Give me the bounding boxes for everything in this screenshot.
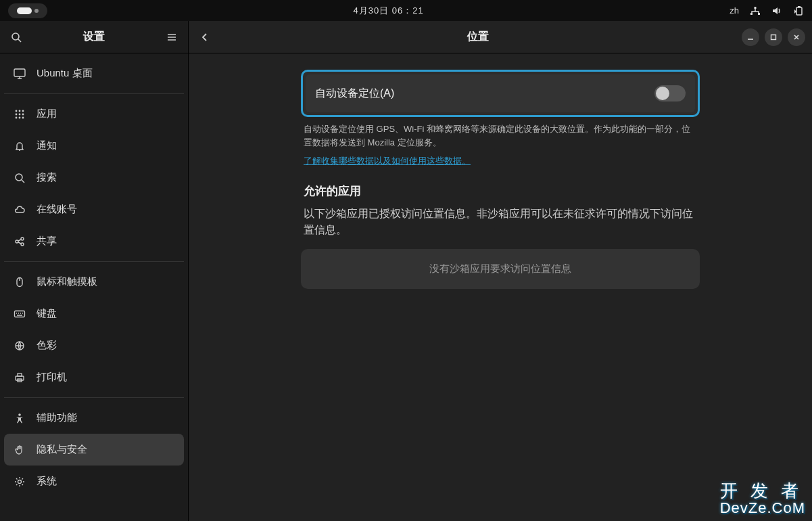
svg-point-16 bbox=[16, 174, 22, 181]
watermark-line2: DevZe.CoM bbox=[720, 500, 805, 516]
maximize-button[interactable] bbox=[765, 28, 782, 46]
search-icon bbox=[14, 172, 26, 184]
close-button[interactable] bbox=[788, 28, 805, 46]
empty-apps-text: 没有沙箱应用要求访问位置信息 bbox=[429, 263, 571, 274]
svg-rect-21 bbox=[15, 311, 25, 317]
allowed-apps-subtitle: 以下沙箱应用已授权访问位置信息。非沙箱应用可以在未征求许可的情况下访问位置信息。 bbox=[301, 206, 700, 249]
sidebar-item-label: Ubuntu 桌面 bbox=[37, 67, 93, 80]
keyboard-icon bbox=[14, 308, 26, 320]
svg-point-9 bbox=[22, 110, 24, 112]
svg-rect-24 bbox=[18, 373, 22, 376]
sidebar-item-label: 打印机 bbox=[37, 371, 67, 384]
input-method-indicator[interactable]: zh bbox=[730, 5, 739, 16]
network-icon[interactable] bbox=[750, 5, 761, 16]
sidebar-item-10[interactable]: 色彩 bbox=[4, 330, 184, 361]
accessibility-icon bbox=[14, 412, 26, 424]
svg-rect-2 bbox=[755, 7, 757, 9]
volume-icon[interactable] bbox=[771, 5, 782, 16]
svg-point-7 bbox=[16, 110, 18, 112]
sidebar-item-14[interactable]: 隐私与安全 bbox=[4, 434, 184, 466]
power-icon[interactable] bbox=[793, 5, 804, 16]
svg-rect-0 bbox=[750, 13, 753, 15]
sidebar-item-label: 隐私与安全 bbox=[37, 443, 87, 456]
system-tray: zh bbox=[730, 5, 804, 16]
sidebar-item-5[interactable]: 在线账号 bbox=[4, 194, 184, 225]
empty-apps-box: 没有沙箱应用要求访问位置信息 bbox=[301, 249, 700, 289]
svg-rect-6 bbox=[14, 69, 25, 76]
sidebar-search-button[interactable] bbox=[8, 29, 24, 45]
sidebar-item-15[interactable]: 系统 bbox=[4, 466, 184, 497]
back-button[interactable] bbox=[195, 28, 214, 47]
sidebar-item-4[interactable]: 搜索 bbox=[4, 162, 184, 194]
sidebar-item-label: 通知 bbox=[37, 139, 57, 152]
learn-more-link[interactable]: 了解收集哪些数据以及如何使用这些数据。 bbox=[301, 155, 473, 181]
allowed-apps-heading: 允许的应用 bbox=[301, 181, 700, 206]
share-icon bbox=[14, 235, 26, 248]
sidebar-item-13[interactable]: 辅助功能 bbox=[4, 402, 184, 434]
svg-rect-28 bbox=[771, 35, 776, 39]
sidebar-item-label: 键盘 bbox=[37, 307, 57, 320]
sidebar-item-label: 系统 bbox=[37, 475, 57, 488]
sidebar-list: Ubuntu 桌面应用通知搜索在线账号共享鼠标和触摸板键盘色彩打印机辅助功能隐私… bbox=[0, 53, 188, 521]
svg-point-27 bbox=[18, 480, 22, 483]
toggle-knob-icon bbox=[656, 87, 669, 100]
location-toggle[interactable] bbox=[654, 85, 686, 101]
monitor-icon bbox=[14, 68, 26, 80]
toggle-label: 自动设备定位(A) bbox=[315, 87, 394, 101]
gear-icon bbox=[14, 476, 26, 488]
settings-window: 设置 Ubuntu 桌面应用通知搜索在线账号共享鼠标和触摸板键盘色彩打印机辅助功… bbox=[0, 21, 812, 521]
mouse-icon bbox=[14, 276, 26, 288]
page-title: 位置 bbox=[214, 30, 742, 44]
grid-icon bbox=[14, 108, 26, 120]
sidebar-separator bbox=[4, 93, 184, 94]
svg-point-12 bbox=[22, 113, 24, 115]
content-body: 自动设备定位(A) 自动设备定位使用 GPS、Wi-Fi 和蜂窝网络等来源确定此… bbox=[189, 53, 812, 289]
sidebar-item-2[interactable]: 应用 bbox=[4, 98, 184, 130]
activities-capsule-icon bbox=[17, 7, 32, 14]
content-pane: 位置 自动设备定位(A) 自动设备定位使用 GPS、Wi-Fi 和蜂窝网络等来 bbox=[189, 21, 812, 521]
window-controls bbox=[742, 28, 805, 46]
svg-point-19 bbox=[21, 243, 24, 246]
sidebar-item-9[interactable]: 键盘 bbox=[4, 298, 184, 330]
sidebar: 设置 Ubuntu 桌面应用通知搜索在线账号共享鼠标和触摸板键盘色彩打印机辅助功… bbox=[0, 21, 189, 521]
printer-icon bbox=[14, 371, 26, 384]
watermark: 开 发 者 DevZe.CoM bbox=[720, 482, 805, 516]
sidebar-item-6[interactable]: 共享 bbox=[4, 225, 184, 257]
sidebar-item-label: 应用 bbox=[37, 108, 57, 120]
watermark-line1: 开 发 者 bbox=[720, 482, 805, 500]
sidebar-item-label: 共享 bbox=[37, 235, 57, 248]
svg-rect-3 bbox=[796, 7, 802, 15]
sidebar-header: 设置 bbox=[0, 21, 188, 53]
sidebar-item-label: 搜索 bbox=[37, 171, 57, 184]
activities-dot-icon bbox=[34, 9, 39, 13]
svg-point-11 bbox=[19, 113, 21, 115]
content-header: 位置 bbox=[189, 21, 812, 53]
sidebar-separator bbox=[4, 261, 184, 262]
bell-icon bbox=[14, 140, 26, 152]
globe-icon bbox=[14, 340, 26, 352]
sidebar-item-3[interactable]: 通知 bbox=[4, 130, 184, 162]
svg-point-14 bbox=[19, 116, 21, 118]
svg-point-13 bbox=[16, 116, 18, 118]
sidebar-item-0[interactable]: Ubuntu 桌面 bbox=[4, 58, 184, 89]
sidebar-item-label: 辅助功能 bbox=[37, 411, 77, 424]
activities-pill[interactable] bbox=[8, 3, 47, 18]
svg-point-8 bbox=[19, 110, 21, 112]
location-description: 自动设备定位使用 GPS、Wi-Fi 和蜂窝网络等来源确定此设备的大致位置。作为… bbox=[301, 122, 700, 154]
hand-icon bbox=[14, 444, 26, 456]
cloud-icon bbox=[14, 204, 26, 216]
sidebar-menu-button[interactable] bbox=[164, 29, 180, 45]
sidebar-item-label: 色彩 bbox=[37, 339, 57, 352]
clock[interactable]: 4月30日 06：21 bbox=[354, 5, 424, 17]
svg-rect-4 bbox=[798, 6, 801, 7]
minimize-button[interactable] bbox=[742, 28, 759, 46]
location-toggle-card: 自动设备定位(A) bbox=[301, 70, 700, 117]
sidebar-item-label: 在线账号 bbox=[37, 203, 77, 216]
sidebar-item-8[interactable]: 鼠标和触摸板 bbox=[4, 266, 184, 298]
gnome-top-panel: 4月30日 06：21 zh bbox=[0, 0, 812, 21]
sidebar-item-label: 鼠标和触摸板 bbox=[37, 275, 97, 288]
svg-point-18 bbox=[21, 237, 24, 240]
sidebar-title: 设置 bbox=[24, 30, 164, 44]
sidebar-item-11[interactable]: 打印机 bbox=[4, 361, 184, 393]
svg-rect-23 bbox=[16, 376, 24, 380]
